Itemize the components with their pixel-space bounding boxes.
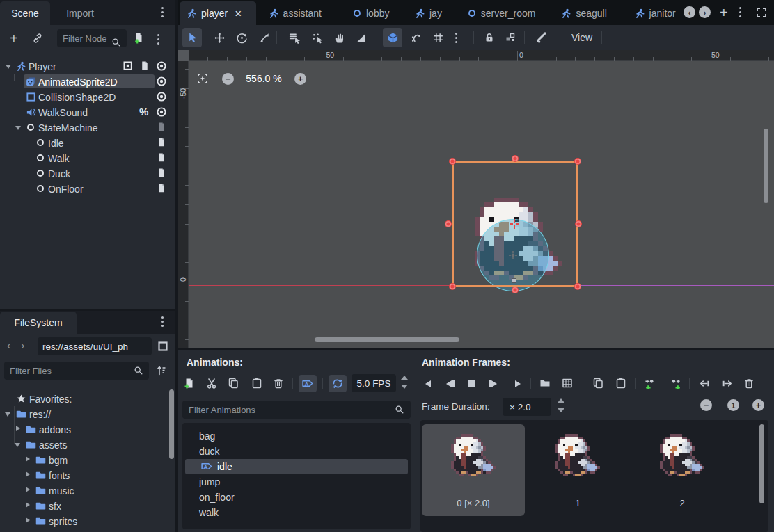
thumbnail-zoom-out-button[interactable]: − [700, 399, 712, 411]
history-forward-icon[interactable]: › [21, 339, 32, 353]
tree-row[interactable]: fonts [0, 467, 170, 483]
tabs-prev-icon[interactable]: ‹ [684, 6, 695, 18]
play-icon[interactable] [510, 378, 526, 389]
chevron-right-icon[interactable] [26, 517, 30, 523]
attach-script-button[interactable] [133, 33, 144, 44]
tree-row[interactable]: WalkSound% [0, 104, 175, 120]
lock-icon[interactable] [484, 32, 495, 43]
tree-row[interactable]: CollisionShape2D [0, 89, 175, 104]
insert-after-icon[interactable] [670, 378, 681, 389]
instance-scene-button[interactable] [32, 33, 43, 44]
ruler-corner[interactable] [178, 50, 189, 61]
tab-scene[interactable]: Scene [0, 1, 50, 25]
select-tool-icon[interactable] [187, 32, 198, 44]
chevron-right-icon[interactable] [26, 456, 30, 462]
fps-spin-down-icon[interactable] [401, 385, 408, 389]
grid-icon[interactable] [432, 32, 444, 44]
tree-row[interactable]: sfx [0, 498, 170, 513]
frame-thumbnail[interactable]: 1 [526, 424, 629, 516]
visibility-icon[interactable] [156, 106, 167, 118]
animation-list-item[interactable]: walk [185, 505, 408, 520]
filesystem-menu-icon[interactable] [161, 321, 164, 323]
scene-toolbar-menu-icon[interactable] [157, 38, 159, 40]
move-frame-right-icon[interactable] [722, 378, 734, 389]
delete-animation-icon[interactable] [273, 378, 284, 389]
script-icon[interactable] [156, 168, 166, 178]
tree-row[interactable]: assets [0, 437, 170, 452]
scene-tab-lobby[interactable]: lobby [345, 1, 402, 25]
scene-tabs-menu-icon[interactable] [739, 11, 741, 13]
zoom-out-button[interactable]: − [222, 73, 234, 85]
bone-icon[interactable] [535, 32, 546, 43]
tree-row[interactable]: Walk [0, 150, 175, 166]
copy-animation-icon[interactable] [228, 378, 239, 389]
chevron-down-icon[interactable] [15, 126, 21, 130]
selection-handle[interactable] [445, 220, 452, 227]
tree-row[interactable]: Idle [0, 135, 175, 150]
script-icon[interactable] [156, 137, 166, 147]
chevron-right-icon[interactable] [26, 471, 30, 477]
tree-row[interactable]: Duck [0, 166, 175, 181]
paste-frame-icon[interactable] [615, 378, 626, 389]
duration-spin-up-icon[interactable] [558, 398, 564, 403]
viewport-hscrollbar[interactable] [315, 337, 459, 342]
smart-snap-icon[interactable] [387, 32, 399, 44]
frames-scrollbar[interactable] [759, 424, 764, 503]
visibility-icon[interactable] [156, 61, 167, 72]
list-select-icon[interactable] [288, 32, 300, 44]
new-scene-tab-button[interactable]: + [720, 6, 728, 19]
chevron-right-icon[interactable] [26, 487, 30, 492]
play-backwards-current-icon[interactable] [443, 378, 458, 389]
animation-list-item[interactable]: on_floor [185, 490, 408, 505]
animation-list-item[interactable]: Aidle [185, 459, 408, 474]
load-frames-icon[interactable] [539, 378, 551, 389]
filesystem-scrollbar[interactable] [169, 389, 174, 459]
thumbnail-zoom-reset-button[interactable]: 1 [727, 399, 739, 411]
tree-row[interactable]: Player [0, 58, 175, 74]
instance-icon[interactable] [123, 61, 133, 71]
animation-list-item[interactable]: bag [185, 428, 408, 444]
delete-frame-icon[interactable] [743, 378, 755, 389]
percent-icon[interactable]: % [139, 106, 148, 117]
scene-tab-assistant[interactable]: assistant [262, 1, 340, 25]
zoom-level-label[interactable]: 556.0 % [239, 73, 289, 85]
scene-tab-server_room[interactable]: server_room [460, 1, 549, 25]
script-icon[interactable] [156, 152, 166, 163]
toggle-split-mode-icon[interactable] [157, 341, 168, 352]
frame-thumbnail[interactable]: 0 [× 2.0] [422, 424, 525, 516]
viewport-vscrollbar[interactable] [764, 129, 768, 203]
selection-handle[interactable] [512, 155, 519, 162]
scene-tab-player[interactable]: player× [180, 1, 256, 25]
tree-row[interactable]: res:// [0, 406, 170, 421]
ruler-vertical[interactable]: -500 [178, 61, 189, 348]
selection-handle[interactable] [449, 158, 456, 165]
move-tool-icon[interactable] [214, 32, 226, 44]
close-icon[interactable]: × [235, 8, 242, 19]
stop-icon[interactable] [464, 378, 479, 389]
frame-thumbnail[interactable]: 2 [631, 424, 734, 516]
selection-handle[interactable] [512, 287, 519, 293]
add-node-button[interactable]: + [10, 31, 18, 45]
group-icon[interactable] [505, 32, 516, 43]
tree-row[interactable]: ui [0, 529, 170, 532]
rotate-tool-icon[interactable] [236, 32, 248, 44]
paste-animation-icon[interactable] [251, 378, 262, 389]
tab-filesystem[interactable]: FileSystem [0, 312, 77, 334]
move-frame-left-icon[interactable] [698, 378, 710, 389]
tab-import[interactable]: Import [56, 1, 104, 25]
tree-row[interactable]: music [0, 483, 170, 498]
tree-row[interactable]: Favorites: [0, 391, 170, 406]
chevron-right-icon[interactable] [16, 426, 20, 431]
selection-handle[interactable] [574, 158, 581, 165]
filter-files-input[interactable]: Filter Files [4, 362, 149, 380]
view-menu-button[interactable]: View [565, 30, 599, 45]
tree-row[interactable]: AnimatedSprite2D [0, 74, 175, 89]
thumbnail-zoom-in-button[interactable]: + [752, 399, 764, 411]
tree-row[interactable]: bgm [0, 452, 170, 467]
chevron-down-icon[interactable] [15, 443, 20, 447]
play-from-current-icon[interactable] [485, 378, 500, 389]
point-select-icon[interactable] [311, 32, 323, 44]
animation-list-item[interactable]: duck [185, 444, 408, 459]
script-icon[interactable] [139, 61, 150, 71]
scene-tab-jay[interactable]: jay [408, 1, 455, 25]
